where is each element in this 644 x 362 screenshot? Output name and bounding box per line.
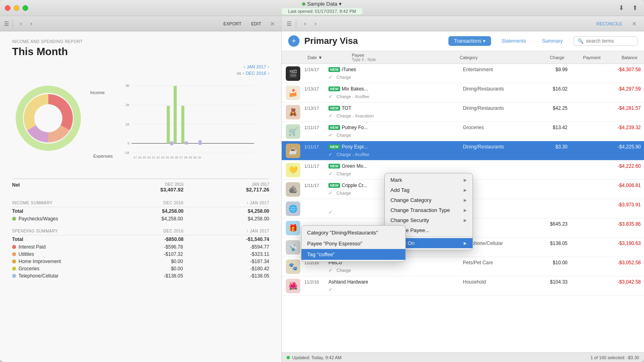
trans-icon-col-11: 🌺 (282, 276, 304, 295)
trans-check-4: ✓ (328, 152, 336, 157)
trans-top-2: 1/13/17 NEW TOT Dining/Restaurants $42.2… (304, 104, 644, 112)
forward-button[interactable]: › (27, 19, 36, 29)
close-account-button[interactable]: ✕ (630, 19, 639, 28)
trans-icon-8: 🎁 (286, 221, 300, 235)
income-wages-jan: $4,258.00 (185, 216, 269, 222)
last-opened-text: Last opened: 01/17/2017, 8:42 PM (288, 9, 356, 14)
trans-icon-9: 📡 (286, 240, 300, 255)
transaction-row-1[interactable]: 🍰 1/13/17 NEW Mix Bakes... Dining/Restau… (282, 83, 644, 103)
minimize-button[interactable] (14, 5, 19, 11)
app-dot (302, 2, 305, 6)
edit-button[interactable]: EDIT (248, 20, 264, 27)
ctx-change-transaction-type[interactable]: Change Transaction Type ▶ (385, 205, 473, 215)
new-badge-0: NEW (328, 67, 340, 72)
ctx-mark[interactable]: Mark ▶ (385, 175, 473, 185)
transaction-row-4[interactable]: ☕ 1/11/17 NEW Pony Espr... Dining/Restau… (282, 141, 644, 160)
share-icon[interactable]: ⬆ (630, 4, 639, 12)
trans-icon-7: 🌐 (286, 202, 300, 216)
trans-category-10: Pets/Pet Care (463, 260, 531, 265)
transaction-row-2[interactable]: 🧸 1/13/17 NEW TOT Dining/Restaurants $42… (282, 103, 644, 122)
title-bar: Sample Data ▾ Last opened: 01/17/2017, 8… (0, 0, 644, 16)
transaction-row-11[interactable]: 🌺 11/2/16 Ashland Hardware Household $10… (282, 276, 644, 296)
new-badge-1: NEW (328, 86, 340, 91)
bar-day21-expense (170, 142, 173, 146)
trans-balance-7: -$3,973.91 (604, 202, 644, 208)
bar-svg: 3K 2K 1K 0 -1K (109, 82, 269, 162)
export-button[interactable]: EXPORT (220, 20, 245, 27)
filter-category[interactable]: Category "Dining/Restaurants" (301, 227, 405, 238)
th-category[interactable]: Category (460, 55, 528, 60)
pie-svg (12, 82, 85, 154)
trans-check-7: ✓ (328, 210, 336, 215)
report-on-submenu[interactable]: Category "Dining/Restaurants" Payee "Pon… (301, 225, 406, 262)
x-label-18: 18 (138, 156, 141, 159)
trans-type-3: Charge (336, 133, 351, 138)
trans-balance-2: -$4,281.57 (604, 105, 644, 111)
bar-day21-income (167, 106, 170, 143)
maximize-button[interactable] (23, 5, 28, 11)
ctx-add-tag[interactable]: Add Tag ▶ (385, 185, 473, 195)
spending-jan-header: ↑ JAN 2017 (184, 229, 269, 233)
transaction-row-3[interactable]: 🛒 1/11/17 NEW Putney Fo... Groceries $13… (282, 122, 644, 141)
trans-balance-11: -$3,042.58 (604, 279, 644, 285)
tab-statements[interactable]: Statements (496, 36, 532, 46)
th-date[interactable]: Date ▼ (308, 55, 352, 60)
last-opened-bar: Last opened: 01/17/2017, 8:42 PM (281, 8, 363, 15)
vs-prev-arrow[interactable]: ‹ (243, 71, 244, 76)
sidebar-toggle-icon-right[interactable]: ☰ (287, 21, 292, 27)
right-forward-button[interactable]: › (311, 19, 320, 29)
sidebar-toggle-icon[interactable]: ☰ (4, 21, 9, 27)
bar-day24-expense (185, 142, 188, 145)
ctx-change-category[interactable]: Change Category ▶ (385, 195, 473, 205)
pie-chart: Income Expenses (12, 82, 101, 171)
trans-bot-6: ✓ Charge (304, 189, 644, 197)
right-back-button[interactable]: ‹ (300, 19, 310, 29)
prev-period-arrow[interactable]: ‹ (244, 64, 245, 69)
tab-transactions[interactable]: Transactions ▾ (448, 36, 491, 46)
add-transaction-button[interactable]: + (288, 35, 299, 47)
reconcile-button[interactable]: RECONCILE (593, 20, 625, 27)
th-payment[interactable]: Payment (564, 55, 601, 60)
back-button[interactable]: ‹ (16, 19, 26, 29)
close-button[interactable] (5, 5, 10, 11)
main-content: ☰ ‹ › EXPORT EDIT ✕ INCOME AND SPENDING … (0, 16, 644, 362)
bar-day24-income (181, 106, 184, 143)
tab-summary[interactable]: Summary (537, 36, 568, 46)
main-window: Sample Data ▾ Last opened: 01/17/2017, 8… (0, 0, 644, 362)
ctx-change-security[interactable]: Change Security ▶ (385, 215, 473, 225)
trans-charge-9: $138.05 (531, 241, 568, 246)
search-input[interactable] (586, 38, 630, 44)
trans-bot-11: ✓ (304, 286, 644, 294)
prev-period: DEC 2016 (246, 71, 266, 76)
trans-type-2: Charge - #vacation (336, 113, 374, 118)
download-icon[interactable]: ⬇ (617, 4, 625, 12)
trans-category-2: Dining/Restaurants (463, 105, 531, 111)
vs-next-arrow[interactable]: › (268, 71, 269, 76)
trans-payee-2: TOT (342, 105, 463, 111)
filter-tag[interactable]: Tag "coffee" (301, 249, 405, 260)
th-balance[interactable]: Balance (601, 55, 641, 60)
next-period-arrow[interactable]: › (268, 64, 269, 69)
trans-date-4: 1/11/17 (304, 144, 328, 149)
x-label-17: 17 (133, 156, 136, 159)
title-dropdown-arrow[interactable]: ▾ (339, 1, 342, 7)
filter-payee[interactable]: Payee "Pony Espresso" (301, 238, 405, 249)
status-selected: 1 of 160 selected: -$3.30 (590, 355, 639, 360)
trans-date-2: 1/13/17 (304, 106, 328, 111)
ctx-report-on-arrow: ▶ (464, 241, 467, 245)
trans-top-6: 1/11/17 NEW Cripple Cr... -$4,006.81 (304, 181, 644, 189)
trans-top-0: 1/14/17 NEW iTunes Entertainment $9.99 -… (304, 66, 644, 74)
th-charge[interactable]: Charge (528, 55, 564, 60)
income-dec-header: DEC 2016 (98, 201, 184, 205)
close-report-button[interactable]: ✕ (268, 19, 277, 28)
trans-balance-9: -$3,190.63 (604, 241, 644, 246)
spending-row-3: Groceries $0.00 -$180.42 (12, 265, 269, 272)
trans-category-1: Dining/Restaurants (463, 86, 531, 92)
ctx-mark-arrow: ▶ (464, 178, 467, 182)
trans-icon-10: 🐾 (286, 259, 300, 274)
trans-icon-2: 🧸 (286, 105, 300, 119)
trans-top-11: 11/2/16 Ashland Hardware Household $104.… (304, 278, 644, 286)
transaction-row-0[interactable]: 🎬 1/14/17 NEW iTunes Entertainment $9.99… (282, 64, 644, 83)
trans-balance-10: -$3,052.58 (604, 260, 644, 265)
trans-balance-1: -$4,297.59 (604, 86, 644, 92)
